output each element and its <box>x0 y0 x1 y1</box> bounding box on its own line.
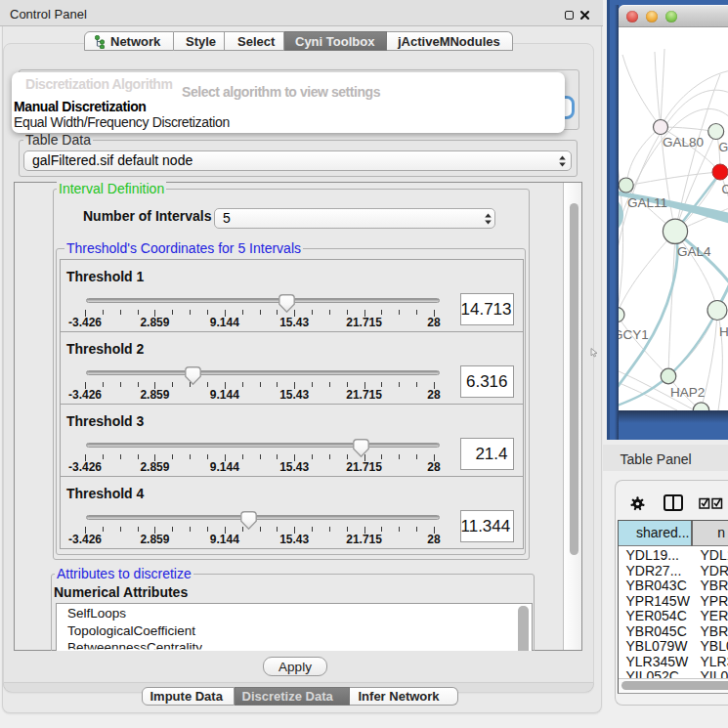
svg-text:GA: GA <box>719 141 728 154</box>
svg-text:H: H <box>719 324 728 339</box>
svg-text:GCY1: GCY1 <box>619 327 649 342</box>
svg-text:GAL11: GAL11 <box>627 195 667 210</box>
svg-text:GAL4: GAL4 <box>677 244 711 259</box>
svg-text:GAL80: GAL80 <box>663 135 704 150</box>
svg-text:C: C <box>722 183 728 196</box>
svg-text:HAP2: HAP2 <box>670 385 705 400</box>
